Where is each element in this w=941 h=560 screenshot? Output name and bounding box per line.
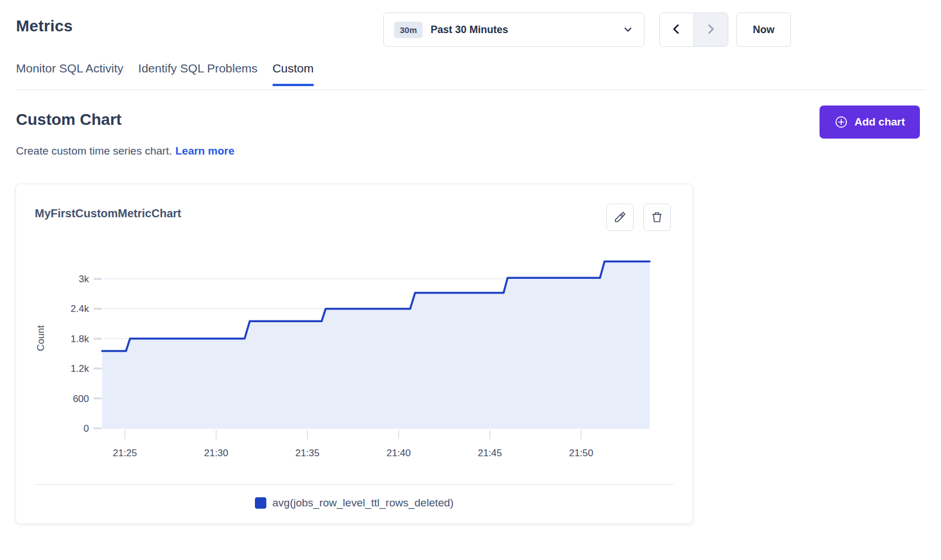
svg-text:21:25: 21:25 (113, 448, 137, 458)
subtitle-text: Create custom time series chart. (16, 145, 172, 157)
tab-identify-sql-problems[interactable]: Identify SQL Problems (138, 62, 257, 86)
chevron-left-icon (670, 23, 683, 37)
prev-time-button[interactable] (660, 13, 694, 46)
svg-text:21:45: 21:45 (478, 448, 502, 458)
tab-custom[interactable]: Custom (273, 62, 314, 86)
tab-divider (16, 90, 926, 90)
time-pager (659, 13, 728, 47)
svg-text:1.2k: 1.2k (71, 363, 90, 374)
chart-legend: avg(jobs_row_level_ttl_rows_deleted) (35, 497, 674, 509)
learn-more-link[interactable]: Learn more (175, 145, 234, 157)
svg-text:21:50: 21:50 (569, 448, 594, 458)
svg-text:3k: 3k (79, 274, 89, 285)
time-range-label: Past 30 Minutes (431, 24, 508, 36)
svg-text:21:35: 21:35 (295, 448, 320, 458)
chevron-right-icon (704, 23, 717, 37)
section-subtitle: Create custom time series chart.Learn mo… (16, 145, 234, 157)
svg-text:1.8k: 1.8k (71, 334, 90, 344)
now-button[interactable]: Now (736, 13, 791, 47)
svg-text:Count: Count (35, 325, 46, 351)
time-range-select[interactable]: 30m Past 30 Minutes (383, 13, 644, 47)
edit-chart-button[interactable] (606, 204, 634, 231)
page-title: Metrics (16, 17, 72, 35)
metrics-page: Metrics 30m Past 30 Minutes Now Monitor … (0, 0, 941, 560)
custom-chart-card: MyFirstCustomMetricChart 06001.2k1.8k2.4… (15, 184, 693, 524)
svg-text:2.4k: 2.4k (71, 303, 90, 314)
svg-text:0: 0 (84, 423, 89, 434)
legend-label: avg(jobs_row_level_ttl_rows_deleted) (273, 497, 454, 509)
chevron-down-icon (622, 24, 634, 35)
time-range-badge: 30m (394, 22, 423, 38)
plus-circle-icon (834, 115, 848, 129)
time-series-chart[interactable]: 06001.2k1.8k2.4k3k21:2521:3021:3521:4021… (35, 240, 674, 462)
svg-text:21:40: 21:40 (387, 448, 411, 458)
add-chart-button[interactable]: Add chart (820, 105, 920, 139)
legend-divider (35, 484, 674, 485)
tab-monitor-sql-activity[interactable]: Monitor SQL Activity (16, 62, 123, 86)
add-chart-label: Add chart (854, 116, 905, 128)
next-time-button[interactable] (694, 13, 728, 46)
tab-bar: Monitor SQL Activity Identify SQL Proble… (16, 62, 314, 86)
svg-text:21:30: 21:30 (204, 448, 229, 458)
svg-text:600: 600 (73, 393, 89, 404)
delete-chart-button[interactable] (643, 204, 671, 231)
pencil-icon (614, 211, 626, 224)
chart-title: MyFirstCustomMetricChart (35, 207, 181, 220)
legend-swatch (255, 497, 266, 509)
trash-icon (651, 211, 663, 224)
section-heading: Custom Chart (16, 111, 121, 129)
